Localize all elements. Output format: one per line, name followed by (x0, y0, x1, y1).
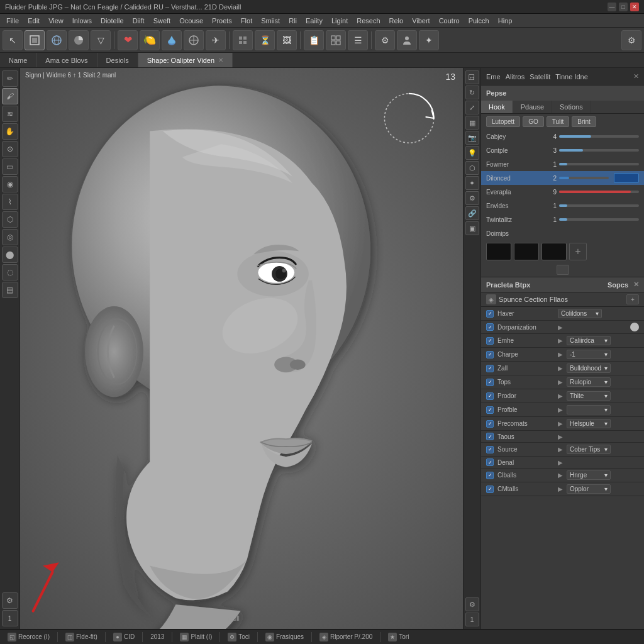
status-rlporter[interactable]: ◈ Rlporter P/.200 (317, 630, 375, 644)
prop-check-denal[interactable] (486, 458, 494, 466)
prop-check-haver[interactable] (486, 310, 494, 318)
status-plaiit[interactable]: ▦ Plaiit (I) (177, 630, 214, 644)
particle-close-icon[interactable]: ✕ (633, 280, 639, 289)
toolbar-image-btn[interactable]: 🖼 (277, 30, 297, 50)
spline-plus-btn[interactable]: + (626, 294, 639, 304)
toolbar-airplane-btn[interactable]: ✈ (206, 30, 226, 50)
prop-dropdown-cmtalls[interactable]: Opplor ▾ (567, 484, 611, 494)
tab-name[interactable]: Name (0, 53, 36, 67)
status-reoroce[interactable]: ◱ Reoroce (I) (5, 630, 52, 644)
menu-item-inlows[interactable]: Inlows (69, 16, 96, 26)
prop-row-cmtalls[interactable]: CMtalls ▶ Opplor ▾ (481, 482, 644, 496)
fr-icon-texture[interactable]: ▣ (465, 221, 479, 235)
tab-active-viewport[interactable]: Shape: Oalipter Viden ✕ (138, 53, 233, 67)
prop-dropdown-tops[interactable]: Rulopio ▾ (567, 377, 611, 387)
brush-slider-twintalitz[interactable] (559, 218, 639, 221)
brush-panel-header[interactable]: Pepse (481, 86, 644, 101)
minimize-button[interactable]: — (608, 3, 616, 11)
maximize-button[interactable]: □ (619, 3, 628, 11)
prop-row-clballs[interactable]: Clballs ▶ Hnrge ▾ (481, 469, 644, 482)
brush-row-dilonced[interactable]: Dilonced 2 (481, 171, 644, 185)
tool-draw-icon[interactable]: ◌ (2, 264, 18, 280)
toolbar-lines-btn[interactable]: ☰ (348, 30, 368, 50)
brush-slider-envides[interactable] (559, 204, 639, 207)
tool-brush-icon[interactable]: 🖌 (2, 88, 18, 104)
brush-row-fowmer[interactable]: Fowmer 1 (481, 157, 644, 171)
tool-smooth-icon[interactable]: ≋ (2, 106, 18, 122)
fr-icon-constraint[interactable]: 🔗 (465, 206, 479, 220)
brush-slider-fowmer[interactable] (559, 163, 639, 165)
fr-icon-camera[interactable]: 📷 (465, 131, 479, 145)
add-swatch-btn[interactable]: + (569, 243, 587, 260)
fr-icon-bottom-b[interactable]: 1 (465, 613, 479, 626)
fr-icon-physics[interactable]: ⚙ (465, 191, 479, 205)
prop-check-charpe[interactable] (486, 351, 494, 358)
menu-item-diotelle[interactable]: Diotelle (97, 16, 128, 26)
prop-check-taous[interactable] (486, 433, 494, 440)
prop-check-emhe[interactable] (486, 337, 494, 345)
tool-settings-icon[interactable]: ⚙ (2, 592, 18, 609)
prop-check-dorpanization[interactable] (486, 323, 494, 331)
tool-number-icon[interactable]: 1 (2, 610, 18, 626)
prop-dropdown-profble[interactable]: ▾ (567, 405, 611, 414)
brush-slider-everapla[interactable] (559, 191, 639, 193)
prop-row-zall[interactable]: Zall ▶ Bulldohood ▾ (481, 362, 644, 375)
menu-item-ligint[interactable]: Ligint (328, 16, 352, 26)
menu-item-smiist[interactable]: Smiist (257, 16, 284, 26)
brush-brint-btn[interactable]: Brint (572, 116, 596, 127)
prop-dropdown-prodor[interactable]: Thite ▾ (567, 391, 611, 401)
prop-dropdown-emhe[interactable]: Caliirdca ▾ (567, 336, 611, 345)
brush-tab-pdause[interactable]: Pdause (513, 101, 552, 113)
toolbar-clip-btn[interactable]: 📋 (304, 30, 324, 50)
prop-check-clballs[interactable] (486, 472, 494, 479)
toolbar-halftone-btn[interactable] (69, 30, 89, 50)
menu-item-fille[interactable]: Fille (3, 16, 23, 26)
status-flde[interactable]: ◫ Flde-fit) (63, 630, 100, 644)
toolbar-box-btn[interactable] (25, 30, 45, 50)
toolbar-extra-btn[interactable]: ⚙ (621, 30, 641, 50)
prop-row-dorpanization[interactable]: Dorpanization ▶ (481, 321, 644, 334)
brush-row-cabjey[interactable]: Cabjey 4 (481, 130, 644, 143)
prop-row-tops[interactable]: Tops ▶ Rulopio ▾ (481, 375, 644, 389)
menu-item-relo[interactable]: Relo (386, 16, 408, 26)
tool-blob-icon[interactable]: ⬤ (2, 247, 18, 263)
prop-strip-alitros[interactable]: Alitros (506, 73, 525, 80)
menu-item-diift[interactable]: Diift (129, 16, 148, 26)
brush-go-btn[interactable]: GO (523, 116, 544, 127)
menu-item-view[interactable]: View (45, 16, 67, 26)
menu-item-flot[interactable]: Flot (237, 16, 256, 26)
prop-row-emhe[interactable]: Emhe ▶ Caliirdca ▾ (481, 334, 644, 348)
prop-toggle-dorpanization[interactable] (630, 323, 639, 331)
prop-row-charpe[interactable]: Charpe ▶ -1 ▾ (481, 348, 644, 362)
tool-clay-icon[interactable]: ◉ (2, 176, 18, 192)
menu-item-ocouse[interactable]: Ocouse (175, 16, 207, 26)
tool-pinch-icon[interactable]: ⊙ (2, 141, 18, 157)
tool-layer-icon[interactable]: ⬡ (2, 211, 18, 228)
menu-item-coutro[interactable]: Coutro (435, 16, 464, 26)
toolbar-cursor-btn[interactable]: ↖ (3, 30, 23, 50)
toolbar-person-btn[interactable] (397, 30, 417, 50)
brush-slider-cabjey[interactable] (559, 135, 639, 138)
brush-lutopett-btn[interactable]: Lutopett (486, 116, 520, 127)
toolbar-dropdown-btn[interactable]: ▽ (91, 30, 111, 50)
status-frasiques[interactable]: ◉ Frasiques (263, 630, 306, 644)
toolbar-heart-btn[interactable]: ❤ (118, 30, 138, 50)
tool-inflate-icon[interactable]: ◎ (2, 229, 18, 245)
menu-item-rli[interactable]: Rli (285, 16, 301, 26)
toolbar-banana-btn[interactable]: 🍋 (140, 30, 160, 50)
toolbar-hourglass-btn[interactable]: ⏳ (255, 30, 275, 50)
particle-panel-header[interactable]: Pracleta Btpx Sopcs ✕ (481, 277, 644, 292)
tool-mask-icon[interactable]: ▤ (2, 282, 18, 298)
status-cid[interactable]: ● CID (111, 630, 137, 644)
prop-row-prodor[interactable]: Prodor ▶ Thite ▾ (481, 389, 644, 403)
toolbar-gear-btn[interactable]: ⚙ (375, 30, 395, 50)
brush-slider-contple[interactable] (559, 149, 639, 152)
prop-check-cmtalls[interactable] (486, 486, 494, 493)
prop-dropdown-clballs[interactable]: Hnrge ▾ (567, 470, 611, 480)
swatch-2[interactable] (514, 243, 539, 260)
prop-row-denal[interactable]: Denal ▶ (481, 457, 644, 469)
brush-row-everapla[interactable]: Everapla 9 (481, 185, 644, 199)
menu-item-hinp[interactable]: Hinp (494, 16, 516, 26)
toolbar-globe2-btn[interactable] (184, 30, 204, 50)
tool-crease-icon[interactable]: ⌇ (2, 194, 18, 210)
